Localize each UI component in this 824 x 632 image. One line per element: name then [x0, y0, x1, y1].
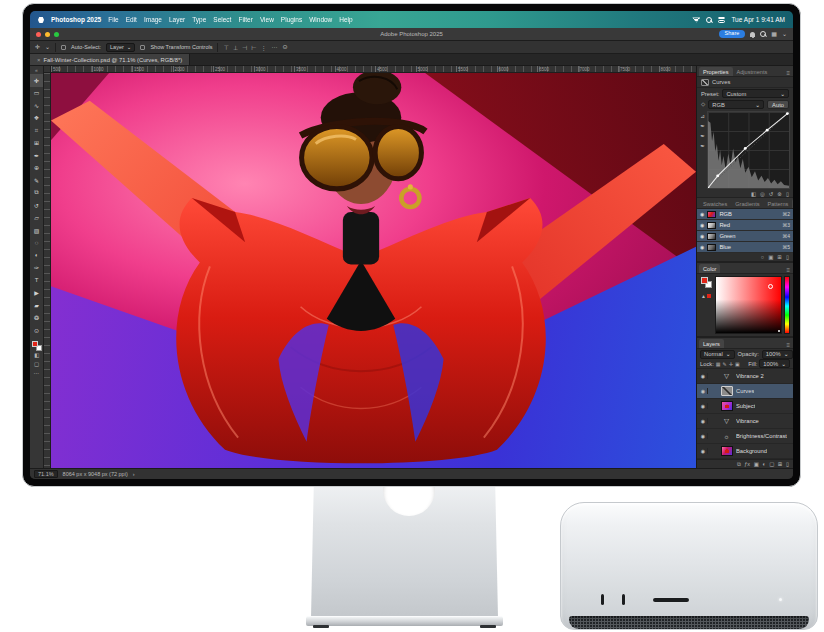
align-icon[interactable]: ⊤ — [223, 44, 228, 51]
eyedropper-icon[interactable]: ✒ — [700, 143, 705, 149]
chevron-down-icon[interactable]: ⌄ — [45, 44, 50, 50]
layer-row[interactable]: ◉ ↲ Subject — [697, 399, 793, 414]
channel-row-item[interactable]: ◉ Red ⌘3 — [697, 220, 793, 231]
search-icon[interactable] — [760, 31, 766, 37]
panel-footer-icon[interactable]: ○ — [761, 254, 764, 260]
fill-dropdown[interactable]: 100% ⌄ — [759, 359, 790, 368]
tool-button[interactable]: ⊞ — [30, 137, 43, 150]
tool-button[interactable]: ◌ — [30, 237, 43, 250]
blend-mode-dropdown[interactable]: Normal ⌄ — [700, 350, 735, 359]
tool-button[interactable]: ✑ — [30, 262, 43, 275]
close-tab-icon[interactable]: × — [37, 57, 41, 63]
lock-icon[interactable]: ▦ — [716, 361, 721, 367]
foreground-color-swatch[interactable] — [701, 277, 708, 284]
screen-mode-icon[interactable]: ▢ — [34, 360, 39, 369]
align-icon[interactable]: ⊥ — [233, 44, 238, 51]
menu-item[interactable]: Help — [339, 16, 352, 23]
app-menu[interactable]: Photoshop 2025 — [51, 16, 101, 23]
panel-footer-icon[interactable]: ⊞ — [777, 254, 782, 260]
chevron-down-icon[interactable]: ⌄ — [782, 31, 787, 37]
visibility-eye-icon[interactable]: ◉ — [700, 233, 704, 239]
notifications-icon[interactable] — [750, 32, 755, 37]
panel-footer-icon[interactable]: ▣ — [768, 254, 773, 260]
panel-menu-icon[interactable]: ≡ — [783, 70, 793, 76]
panel-footer-icon[interactable]: ◎ — [760, 191, 765, 197]
tool-button[interactable]: ↺ — [30, 199, 43, 212]
control-center-icon[interactable] — [718, 17, 725, 23]
share-button[interactable]: Share — [719, 30, 746, 38]
panel-tab[interactable]: Adjustments — [733, 67, 772, 76]
tool-button[interactable]: ⊙ — [30, 324, 43, 337]
gear-icon[interactable]: ⊙ — [282, 44, 287, 50]
layer-row[interactable]: ◉ ↲ Vibrance 2 — [697, 369, 793, 384]
lock-icon[interactable]: ✛ — [729, 361, 733, 367]
layer-name[interactable]: Curves — [736, 388, 754, 394]
panel-footer-icon[interactable]: ⊗ — [777, 191, 782, 197]
panel-tab[interactable]: Swatches — [699, 199, 731, 208]
document-tab[interactable]: × Fall-Winter-Collection.psd @ 71.1% (Cu… — [30, 54, 190, 65]
lock-icon[interactable]: ✎ — [723, 361, 727, 367]
apple-menu-icon[interactable] — [38, 16, 44, 23]
channel-dropdown[interactable]: RGB ⌄ — [708, 100, 764, 109]
tool-button[interactable]: ❖ — [30, 112, 43, 125]
layer-name[interactable]: Vibrance — [736, 418, 759, 424]
tool-button[interactable]: ✒ — [30, 149, 43, 162]
panel-footer-icon[interactable]: ◧ — [751, 191, 756, 197]
auto-button[interactable]: Auto — [767, 100, 789, 109]
tool-button[interactable]: ⧉ — [30, 187, 43, 200]
visibility-eye-icon[interactable]: ◉ — [699, 373, 708, 379]
zoom-level[interactable]: 71.1% — [34, 470, 58, 478]
menu-item[interactable]: Image — [144, 16, 162, 23]
menu-item[interactable]: Window — [309, 16, 332, 23]
layer-name[interactable]: Subject — [736, 403, 755, 409]
panel-footer-icon[interactable]: ƒx — [744, 461, 750, 467]
visibility-eye-icon[interactable]: ◉ — [700, 211, 704, 217]
lock-icon[interactable]: ▣ — [735, 361, 740, 367]
show-transform-checkbox[interactable] — [140, 45, 145, 50]
visibility-eye-icon[interactable]: ◉ — [700, 222, 704, 228]
eyedropper-icon[interactable]: ✒ — [700, 133, 705, 139]
visibility-eye-icon[interactable]: ◉ — [699, 448, 708, 454]
channel-row-item[interactable]: ◉ Blue ⌘5 — [697, 242, 793, 253]
targeted-adjustment-icon[interactable]: ⬦ — [701, 101, 705, 108]
auto-select-checkbox[interactable] — [61, 45, 66, 50]
preset-dropdown[interactable]: Custom ⌄ — [722, 89, 789, 98]
wifi-icon[interactable] — [692, 17, 700, 23]
panel-tab[interactable]: Gradients — [731, 199, 763, 208]
zoom-window-button[interactable] — [54, 32, 59, 37]
panel-footer-icon[interactable]: ⧉ — [737, 461, 741, 468]
visibility-eye-icon[interactable]: ◉ — [699, 433, 708, 439]
tool-button[interactable]: ▨ — [30, 224, 43, 237]
menu-item[interactable]: File — [108, 16, 118, 23]
menu-item[interactable]: Edit — [126, 16, 137, 23]
status-chevron-icon[interactable]: › — [133, 471, 135, 477]
opacity-dropdown[interactable]: 100% ⌄ — [762, 350, 793, 359]
foreground-background-swatches[interactable] — [32, 341, 42, 351]
layer-row[interactable]: ◉ ↲ Background — [697, 444, 793, 459]
tool-button[interactable]: ❂ — [30, 312, 43, 325]
layer-row[interactable]: ◉ ↲ Brightness/Contrast — [697, 429, 793, 444]
curves-editor[interactable]: ⊿✒✒✒ — [697, 110, 793, 190]
channel-row-item[interactable]: ◉ RGB ⌘2 — [697, 209, 793, 220]
saturation-brightness-picker[interactable] — [715, 276, 782, 334]
menu-item[interactable]: Type — [192, 16, 206, 23]
panel-footer-icon[interactable]: ▣ — [754, 461, 759, 467]
layer-name[interactable]: Vibrance 2 — [736, 373, 764, 379]
layer-name[interactable]: Background — [736, 448, 767, 454]
panel-tab[interactable]: Channels — [792, 199, 793, 208]
visibility-eye-icon[interactable]: ◉ — [699, 403, 708, 409]
tool-button[interactable]: ◐ — [30, 249, 43, 262]
workspace-icon[interactable]: ▦ — [771, 31, 777, 37]
curve-graph[interactable] — [707, 111, 790, 189]
layer-name[interactable]: Brightness/Contrast — [736, 433, 787, 439]
menu-item[interactable]: Layer — [169, 16, 185, 23]
panel-menu-icon[interactable]: ≡ — [783, 267, 793, 273]
visibility-eye-icon[interactable]: ◉ — [699, 418, 708, 424]
panel-footer-icon[interactable]: ⊞ — [778, 461, 783, 467]
tool-button[interactable]: ▶ — [30, 287, 43, 300]
toolbar-more-icon[interactable]: ⋯ — [34, 369, 40, 378]
collapse-toolbar-icon[interactable]: « — [35, 67, 38, 74]
panel-footer-icon[interactable]: ▯ — [786, 191, 789, 197]
tool-button[interactable]: T — [30, 274, 43, 287]
auto-select-dropdown[interactable]: Layer ⌄ — [106, 43, 135, 52]
